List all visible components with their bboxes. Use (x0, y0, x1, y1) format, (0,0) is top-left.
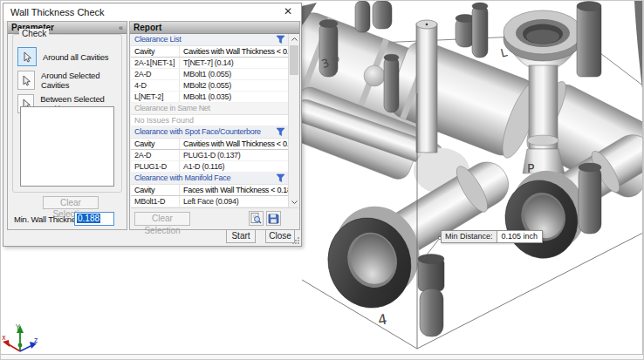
report-body: Clearance List Cavity Cavities with Wall… (131, 34, 298, 228)
cell-cavity: 2A-D (131, 69, 180, 79)
around-all-cavities-label: Around all Cavities (43, 52, 108, 62)
table-row[interactable]: MBolt1-D Left Face (0.094) (131, 196, 288, 207)
section-title: Clearance with Spot Face/Counterbore (134, 126, 276, 138)
close-button[interactable]: Close (265, 229, 295, 243)
column-cavity: Cavity (131, 46, 180, 57)
table-row[interactable]: 2A-D PLUG1-D (0.137) (131, 150, 288, 161)
column-result: Cavities with Wall Thickness < 0.1 (180, 46, 288, 57)
report-panel-header: Report (130, 22, 299, 34)
clear-selection-button-report[interactable]: Clear Selection (134, 212, 190, 226)
clear-selection-button-parameter[interactable]: Clear Selection (43, 196, 99, 209)
check-row-around-all: Around all Cavities (17, 47, 108, 66)
dialog-titlebar[interactable]: Wall Thickness Check ✕ (3, 3, 301, 21)
save-report-button[interactable] (266, 211, 281, 226)
check-group-label: Check (19, 29, 49, 38)
check-groupbox: Check Around all Cavities (12, 34, 122, 193)
section-spot-face: Clearance with Spot Face/Counterbore (131, 126, 288, 139)
around-selected-cavities-button[interactable] (17, 71, 35, 90)
report-panel: Report Clearance List Cavity Cavities wi… (129, 21, 300, 230)
wall-thickness-check-dialog: Wall Thickness Check ✕ Parameter « Check… (3, 3, 302, 247)
preview-report-button[interactable] (249, 211, 264, 226)
cell-result: T[NET-7] (0.14) (180, 58, 288, 68)
min-distance-label: Min Distance: (442, 231, 497, 242)
table-header-row: Cavity Cavities with Wall Thickness < 0.… (131, 46, 288, 58)
section-title: Clearance List (134, 34, 276, 45)
column-cavity: Cavity (131, 185, 180, 195)
cell-result: Left Face (0.094) (180, 196, 288, 207)
min-distance-value: 0.105 inch (497, 231, 543, 242)
column-result: Faces with Wall Thickness < 0.188 (180, 185, 288, 195)
cursor-icon (21, 75, 31, 86)
section-title: Clearance in Same Net (134, 103, 288, 114)
min-wall-thickness-value: 0.188 (77, 214, 100, 223)
cell-cavity: 4-D (131, 80, 180, 91)
port-label-p: P (527, 161, 534, 175)
filter-icon[interactable] (276, 173, 285, 183)
scrollbar-down-icon[interactable] (289, 197, 299, 207)
section-clearance-list: Clearance List (131, 34, 288, 46)
around-all-cavities-button[interactable] (17, 47, 37, 66)
column-result: Cavities with Wall Thickness < 0.1 (180, 139, 288, 149)
resize-grip-icon[interactable] (291, 236, 299, 244)
parameter-panel: Parameter « Check Around all Cavities (7, 21, 127, 230)
table-header-row: Cavity Cavities with Wall Thickness < 0.… (131, 139, 288, 150)
cell-cavity: PLUG1-D (131, 161, 180, 172)
section-clearance-same-net: Clearance in Same Net (131, 103, 288, 115)
cell-cavity: 2A-D (131, 150, 180, 160)
cursor-icon (22, 51, 32, 63)
table-header-row: Cavity Faces with Wall Thickness < 0.188 (131, 185, 288, 196)
application-window: 3 L P 4 x Y z Min Distance: 0.105 inch (0, 0, 644, 360)
section-title: Clearance with Manifold Face (134, 173, 276, 184)
scrollbar-thumb[interactable] (290, 45, 298, 75)
table-row[interactable]: PLUG1-D A1-D (0.116) (131, 161, 288, 173)
selected-cavities-listbox[interactable] (20, 106, 114, 187)
column-cavity: Cavity (131, 139, 180, 149)
cell-result: MBolt1 (0.035) (180, 92, 288, 102)
cell-cavity: MBolt1-D (131, 196, 180, 207)
port-label-4: 4 (377, 310, 388, 328)
report-footer: Clear Selection (131, 207, 298, 228)
min-distance-tooltip: Min Distance: 0.105 inch (441, 230, 543, 243)
axis-label-x: x (2, 334, 6, 342)
report-panel-title: Report (134, 23, 161, 32)
no-issues-row: No Issues Found (131, 115, 288, 126)
close-icon[interactable]: ✕ (275, 3, 301, 21)
filter-icon[interactable] (276, 35, 285, 44)
cell-result: A1-D (0.116) (180, 161, 288, 172)
cell-cavity: L[NET-2] (131, 92, 180, 102)
axis-label-y: Y (15, 324, 20, 332)
filter-icon[interactable] (276, 127, 285, 137)
table-row[interactable]: 4-D MBolt2 (0.055) (131, 80, 288, 92)
cell-result: MBolt1 (0.055) (180, 69, 288, 79)
table-row[interactable]: L[NET-2] MBolt1 (0.035) (131, 92, 288, 103)
report-scrollbar[interactable] (288, 34, 298, 207)
cell-result: MBolt2 (0.055) (180, 80, 288, 91)
min-wall-thickness-input[interactable]: 0.188 (74, 212, 114, 226)
cell-cavity: 2A-1[NET-1] (131, 58, 180, 68)
scrollbar-up-icon[interactable] (289, 34, 299, 44)
cell-result: PLUG1-D (0.137) (180, 150, 288, 160)
collapse-icon[interactable]: « (119, 24, 123, 32)
check-row-around-selected: Around Selected Cavities (17, 71, 121, 90)
preview-icon (250, 213, 262, 224)
table-row[interactable]: 2A-D MBolt1 (0.055) (131, 69, 288, 80)
window-right-border (642, 1, 643, 355)
save-icon (268, 213, 279, 224)
start-button[interactable]: Start (226, 229, 256, 243)
around-selected-cavities-label: Around Selected Cavities (41, 71, 121, 90)
axis-triad: x Y z (2, 324, 38, 351)
table-row[interactable]: 2A-1[NET-1] T[NET-7] (0.14) (131, 58, 288, 69)
axis-label-z: z (34, 336, 38, 344)
section-manifold-face: Clearance with Manifold Face (131, 173, 288, 185)
window-footer-strip (1, 355, 644, 360)
dialog-title: Wall Thickness Check (3, 7, 105, 17)
report-list: Clearance List Cavity Cavities with Wall… (131, 34, 288, 207)
